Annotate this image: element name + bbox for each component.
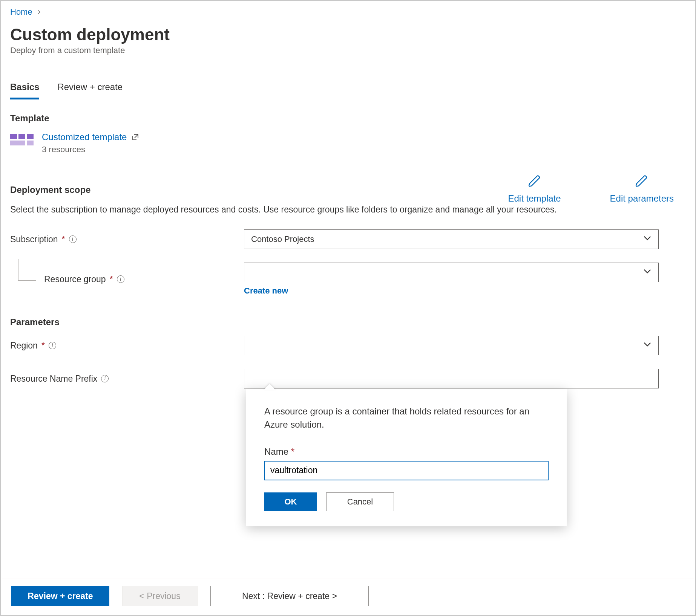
- row-resource-name-prefix: Resource Name Prefix i: [10, 369, 686, 388]
- section-template-heading: Template: [10, 113, 686, 124]
- scope-description: Select the subscription to manage deploy…: [10, 203, 621, 216]
- row-subscription: Subscription * i Contoso Projects: [10, 229, 686, 249]
- info-icon[interactable]: i: [69, 235, 77, 243]
- chevron-right-icon: [36, 7, 41, 17]
- required-asterisk: *: [41, 341, 45, 351]
- edit-parameters-button[interactable]: Edit parameters: [610, 174, 674, 204]
- resource-name-prefix-input[interactable]: [244, 369, 659, 388]
- page-subtitle: Deploy from a custom template: [10, 46, 686, 55]
- required-asterisk: *: [291, 446, 294, 457]
- required-asterisk: *: [110, 274, 113, 284]
- ok-button[interactable]: OK: [264, 492, 317, 511]
- template-icon: [10, 134, 34, 145]
- page-title: Custom deployment: [10, 25, 686, 44]
- chevron-down-icon: [643, 267, 652, 278]
- subscription-label: Subscription: [10, 234, 58, 245]
- popup-name-label: Name: [264, 446, 288, 457]
- info-icon[interactable]: i: [101, 375, 109, 382]
- tab-basics[interactable]: Basics: [10, 82, 39, 99]
- pencil-icon: [528, 174, 541, 190]
- tab-bar: Basics Review + create: [10, 82, 686, 99]
- template-row: Customized template 3 resources: [10, 132, 686, 154]
- cancel-button[interactable]: Cancel: [326, 492, 394, 511]
- chevron-down-icon: [643, 234, 652, 245]
- review-create-button[interactable]: Review + create: [11, 586, 109, 606]
- breadcrumb-home-link[interactable]: Home: [10, 7, 32, 17]
- create-new-link[interactable]: Create new: [244, 286, 288, 296]
- pencil-icon: [635, 174, 648, 190]
- resource-name-prefix-label: Resource Name Prefix: [10, 374, 97, 384]
- edit-template-label: Edit template: [508, 193, 561, 204]
- popup-description: A resource group is a container that hol…: [264, 405, 549, 431]
- template-resource-count: 3 resources: [42, 145, 139, 154]
- resource-name-prefix-field[interactable]: [251, 373, 652, 384]
- chevron-down-icon: [643, 340, 652, 351]
- page-frame: Home Custom deployment Deploy from a cus…: [0, 0, 696, 616]
- info-icon[interactable]: i: [117, 275, 124, 283]
- region-label: Region: [10, 341, 38, 351]
- row-resource-group: Resource group * i Create new: [10, 263, 686, 296]
- create-resource-group-popup: A resource group is a container that hol…: [246, 389, 567, 526]
- tree-elbow-icon: [18, 259, 36, 281]
- resource-group-select[interactable]: [244, 263, 659, 282]
- customized-template-link[interactable]: Customized template: [42, 132, 127, 142]
- breadcrumb: Home: [10, 7, 686, 17]
- subscription-select[interactable]: Contoso Projects: [244, 229, 659, 249]
- next-button[interactable]: Next : Review + create >: [210, 586, 369, 606]
- subscription-value: Contoso Projects: [251, 234, 314, 244]
- tab-review-create[interactable]: Review + create: [57, 82, 123, 99]
- footer-bar: Review + create < Previous Next : Review…: [2, 578, 694, 614]
- edit-actions: Edit template Edit parameters: [508, 174, 674, 204]
- edit-template-button[interactable]: Edit template: [508, 174, 561, 204]
- section-parameters-heading: Parameters: [10, 317, 686, 327]
- popup-arrow-icon: [264, 384, 276, 390]
- required-asterisk: *: [62, 234, 65, 245]
- info-icon[interactable]: i: [49, 342, 56, 349]
- previous-button: < Previous: [122, 586, 198, 606]
- external-link-icon: [132, 133, 139, 143]
- region-select[interactable]: [244, 336, 659, 355]
- resource-group-label: Resource group: [44, 274, 106, 284]
- edit-parameters-label: Edit parameters: [610, 193, 674, 204]
- row-region: Region * i: [10, 336, 686, 355]
- popup-name-input[interactable]: [264, 461, 549, 480]
